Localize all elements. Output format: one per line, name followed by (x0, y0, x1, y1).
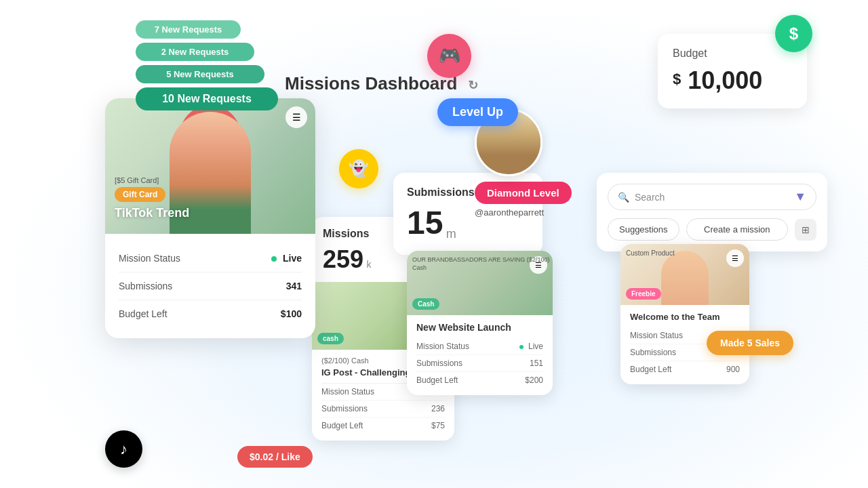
budget-card-label: Budget (673, 47, 792, 60)
level-up-badge: Level Up (437, 98, 518, 126)
mission-budget-value: $75 (431, 421, 445, 430)
made-5-sales-badge: Made 5 Sales (707, 331, 793, 355)
search-buttons: Suggestions Create a mission ⊞ (608, 218, 816, 241)
submissions-row: Submissions 341 (119, 272, 302, 300)
requests-stack: 7 New Requests 2 New Requests 5 New Requ… (136, 20, 278, 110)
website-status-row: Mission Status Live (416, 338, 543, 355)
tiktok-icon[interactable]: ♪ (105, 430, 142, 468)
mission-status-label: Mission Status (321, 387, 374, 396)
custom-submissions-label: Submissions (630, 348, 676, 357)
mission-card-image: ☰ [$5 Gift Card] Gift Card TikTok Trend (105, 98, 315, 234)
tiktok-trend-label: TikTok Trend (115, 206, 189, 220)
create-mission-button[interactable]: Create a mission (686, 218, 788, 241)
custom-product-card: ☰ Custom Product Freebie Welcome to the … (620, 244, 749, 384)
budget-label: Budget Left (119, 308, 167, 319)
filter-icon[interactable]: ▼ (794, 190, 806, 204)
custom-budget-value: 900 (726, 365, 740, 374)
request-badge-2: 2 New Requests (136, 43, 254, 61)
snapchat-icon[interactable]: 👻 (339, 149, 378, 188)
website-submissions-value: 151 (530, 359, 543, 368)
website-card-image: ☰ Cash OUR BRANDBASSADORS ARE SAVING ($2… (407, 251, 553, 315)
website-launch-card: ☰ Cash OUR BRANDBASSADORS ARE SAVING ($2… (407, 251, 553, 395)
grid-view-icon[interactable]: ⊞ (795, 219, 816, 241)
diamond-level-badge: Diamond Level (475, 182, 572, 204)
website-status-label: Mission Status (416, 342, 469, 351)
request-badge-4: 10 New Requests (136, 87, 278, 110)
submissions-value: 341 (286, 281, 302, 291)
website-card-name: New Website Launch (416, 322, 543, 333)
freebie-badge: Freebie (626, 288, 661, 300)
mission-budget-row: Budget Left $75 (321, 418, 445, 434)
search-icon: 🔍 (618, 192, 629, 203)
live-dot (271, 256, 277, 262)
request-badge-3: 5 New Requests (136, 65, 264, 83)
snapchat-symbol: 👻 (349, 159, 369, 178)
price-tag: $0.02 / Like (237, 446, 313, 468)
budget-currency: $ (673, 70, 681, 88)
website-status-value: Live (519, 342, 543, 351)
mission-status-value: Live (271, 253, 302, 264)
influencer-handle: @aarontheparrett (475, 207, 610, 218)
budget-row: Budget Left $100 (119, 300, 302, 327)
custom-card-name: Welcome to the Team (630, 312, 740, 322)
game-symbol: 🎮 (439, 45, 460, 66)
card-labels: [$5 Gift Card] Gift Card TikTok Trend (115, 176, 189, 220)
submissions-label: Submissions (119, 281, 172, 291)
custom-card-image: ☰ Custom Product Freebie (620, 244, 749, 305)
mission-submissions-row: Submissions 236 (321, 401, 445, 418)
website-stats: Mission Status Live Submissions 151 Budg… (416, 338, 543, 388)
search-bar: 🔍 Search ▼ (608, 184, 816, 210)
game-controller-icon[interactable]: 🎮 (427, 34, 471, 78)
custom-menu-btn[interactable]: ☰ (726, 249, 744, 267)
custom-product-label: Custom Product (626, 249, 675, 257)
card-menu-button[interactable]: ☰ (285, 106, 307, 128)
custom-person-shape (661, 251, 709, 305)
cash-badge: cash (317, 333, 344, 344)
cash-badge-website: Cash (412, 298, 439, 310)
mission-status-label: Mission Status (119, 253, 180, 264)
custom-budget-label: Budget Left (630, 365, 671, 374)
request-badge-1: 7 New Requests (136, 20, 241, 39)
search-panel: 🔍 Search ▼ Suggestions Create a mission … (597, 173, 827, 251)
website-card-body: New Website Launch Mission Status Live S… (407, 315, 553, 395)
budget-value: $100 (281, 308, 302, 319)
main-mission-card: ☰ [$5 Gift Card] Gift Card TikTok Trend … (105, 98, 315, 338)
website-promo-text: OUR BRANDBASSADORS ARE SAVING ($2/100) C… (412, 256, 553, 272)
suggestions-button[interactable]: Suggestions (608, 218, 679, 241)
gift-card-badge: Gift Card (115, 187, 165, 202)
custom-budget-row: Budget Left 900 (630, 361, 740, 378)
website-submissions-label: Submissions (416, 359, 462, 368)
custom-status-label: Mission Status (630, 331, 683, 340)
website-budget-label: Budget Left (416, 375, 458, 385)
main-card-body: Mission Status Live Submissions 341 Budg… (105, 234, 315, 338)
mission-submissions-value: 236 (431, 404, 445, 413)
website-budget-row: Budget Left $200 (416, 372, 543, 388)
mission-budget-label: Budget Left (321, 421, 363, 430)
mission-submissions-label: Submissions (321, 404, 368, 413)
website-budget-value: $200 (525, 375, 543, 385)
search-input[interactable]: Search (635, 192, 783, 203)
website-submissions-row: Submissions 151 (416, 355, 543, 372)
tiktok-symbol: ♪ (120, 441, 127, 458)
budget-amount: $ 10,000 (673, 66, 792, 95)
refresh-icon[interactable]: ↻ (468, 78, 478, 93)
dollar-icon: $ (775, 15, 812, 52)
mission-status-row: Mission Status Live (119, 245, 302, 272)
gift-label: [$5 Gift Card] (115, 176, 189, 184)
